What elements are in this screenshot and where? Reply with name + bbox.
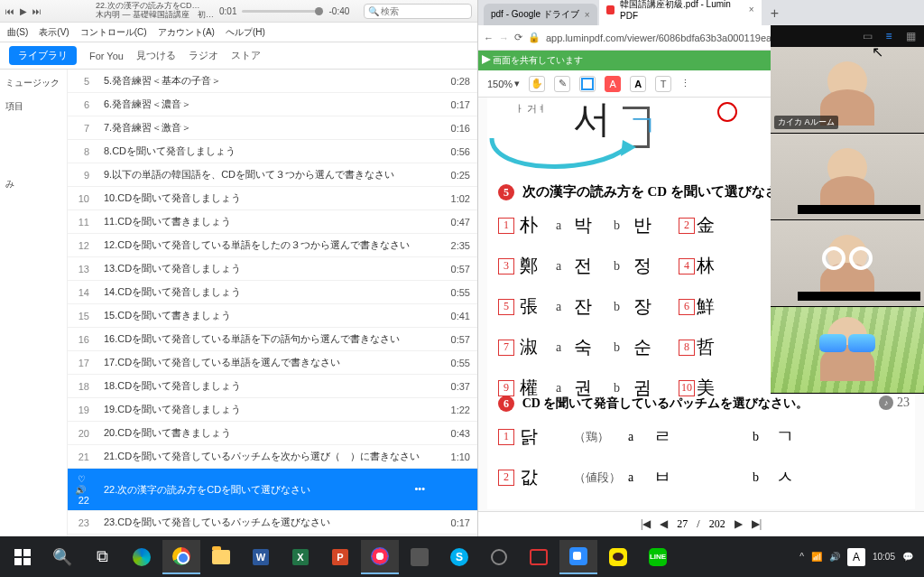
reload-button[interactable]: ⟳ xyxy=(514,32,522,43)
track-row[interactable]: 1111.CDを聞いて書きましょう0:47 xyxy=(68,210,477,234)
subnav-radio[interactable]: ラジオ xyxy=(189,49,218,62)
track-row[interactable]: 1313.CDを聞いて発音しましょう0:57 xyxy=(68,257,477,281)
zoom-tile-3[interactable] xyxy=(771,220,924,307)
prev-page-button[interactable]: ◀ xyxy=(660,517,668,531)
notifications-icon[interactable]: 💬 xyxy=(902,552,913,562)
highlight-tool-button[interactable]: A xyxy=(605,76,621,92)
settings-app[interactable] xyxy=(480,540,518,574)
subnav-library[interactable]: ライブラリ xyxy=(9,46,77,65)
track-number: 21 xyxy=(68,445,97,469)
tray-volume-icon[interactable]: 🔊 xyxy=(829,552,840,562)
back-button[interactable]: ← xyxy=(484,33,494,43)
track-row[interactable]: 1010.CDを聞いて発音しましょう1:02 xyxy=(68,187,477,210)
track-row[interactable]: ♡🔊2222.次の漢字の読み方をCDを聞いて選びなさい••• xyxy=(68,469,477,511)
zoom-app[interactable] xyxy=(559,540,597,574)
track-row[interactable]: 2020.CDを聞いて書きましょう0:43 xyxy=(68,422,477,445)
close-icon[interactable]: × xyxy=(585,10,590,20)
menu-control[interactable]: コントロール(C) xyxy=(80,26,147,38)
subnav-foryou[interactable]: For You xyxy=(89,51,124,61)
skype-app[interactable]: S xyxy=(440,540,478,574)
tab-google-drive[interactable]: pdf - Google ドライブ × xyxy=(484,4,597,25)
play-button[interactable]: ▶ xyxy=(20,6,27,16)
next-page-button[interactable]: ▶ xyxy=(735,517,743,531)
url-text[interactable]: app.luminpdf.com/viewer/6086bdfa63b3a000… xyxy=(546,33,789,43)
track-duration: 0:28 xyxy=(432,70,477,93)
track-row[interactable]: 1515.CDを聞いて書きましょう0:41 xyxy=(68,304,477,328)
menu-song[interactable]: 曲(S) xyxy=(7,26,28,38)
itunes-app[interactable] xyxy=(361,540,399,574)
close-icon[interactable]: × xyxy=(749,5,754,14)
tray-network-icon[interactable]: 📶 xyxy=(811,552,822,562)
view-speaker-icon[interactable]: ▭ xyxy=(861,30,873,42)
subnav-browse[interactable]: 見つける xyxy=(136,49,176,62)
start-button[interactable] xyxy=(4,540,42,574)
word-app[interactable]: W xyxy=(242,540,280,574)
track-duration: 0:56 xyxy=(432,140,477,163)
menu-view[interactable]: 表示(V) xyxy=(39,26,69,38)
explorer-app[interactable] xyxy=(202,540,240,574)
more-tools-icon[interactable]: ⋮ xyxy=(680,78,690,89)
zoom-level[interactable]: 150% xyxy=(487,79,513,89)
track-row[interactable]: 55.発音練習＜基本の子音＞0:28 xyxy=(68,70,477,93)
ppt-app[interactable]: P xyxy=(321,540,359,574)
view-strip-icon[interactable]: ≡ xyxy=(882,30,895,42)
chevron-down-icon[interactable]: ▾ xyxy=(514,78,520,89)
shape-tool-button[interactable] xyxy=(579,76,596,92)
kakao-app[interactable] xyxy=(599,540,637,574)
tab-lumin-pdf[interactable]: 韓国語講座初級.pdf - Lumin PDF × xyxy=(599,0,762,25)
track-row[interactable]: 1919.CDを聞いて発音しましょう1:22 xyxy=(68,398,477,422)
zoom-tile-4[interactable] xyxy=(771,307,924,394)
excel-icon: X xyxy=(292,549,309,565)
option-a-patchim: ㅂ xyxy=(653,465,689,489)
pen-tool-button[interactable]: ✎ xyxy=(554,76,570,92)
subnav-store[interactable]: ストア xyxy=(231,49,261,62)
text-tool-button[interactable]: T xyxy=(655,76,671,92)
snip-app[interactable] xyxy=(520,540,558,574)
seek-bar[interactable] xyxy=(242,10,323,13)
track-row[interactable]: 1414.CDを聞いて発音しましょう0:55 xyxy=(68,281,477,304)
track-row[interactable]: 99.以下の単語の韓国語を、CDを聞いて３つから選んで書きなさい0:25 xyxy=(68,163,477,187)
prev-track-button[interactable]: ⏮ xyxy=(5,6,14,16)
track-duration: 0:43 xyxy=(432,422,477,445)
track-row[interactable]: 1717.CDを聞いて発音している単語を選んで書きなさい0:55 xyxy=(68,351,477,375)
tray-expand-icon[interactable]: ^ xyxy=(799,552,804,562)
clock-time[interactable]: 10:05 xyxy=(873,552,895,562)
track-row[interactable]: 2121.CDを聞いて発音しているパッチムを次から選び（ ）に書きなさい1:10 xyxy=(68,445,477,469)
line-app[interactable]: LINE xyxy=(639,540,677,574)
search-input[interactable] xyxy=(364,4,472,19)
chrome-app[interactable] xyxy=(162,540,200,574)
track-row[interactable]: 1212.CDを聞いて発音している単語をしたの３つから選んで書きなさい2:35 xyxy=(68,234,477,257)
sidebar-category[interactable]: 項目 xyxy=(5,100,61,113)
task-view-button[interactable]: ⧉ xyxy=(83,540,121,574)
track-duration: 0:17 xyxy=(432,511,477,535)
forward-button[interactable]: → xyxy=(499,33,509,43)
track-number: 9 xyxy=(68,163,97,187)
track-row[interactable]: 2323.CDを聞いて発音しているパッチムを選びなさい0:17 xyxy=(68,511,477,535)
ime-indicator[interactable]: A xyxy=(847,548,865,566)
section-number-6: 6 xyxy=(498,396,514,412)
first-page-button[interactable]: |◀ xyxy=(641,517,651,531)
hand-tool-button[interactable]: ✋ xyxy=(529,76,545,92)
sidebar-music[interactable]: ミュージック xyxy=(5,77,61,89)
zoom-tile-1[interactable]: カイカ Aルーム xyxy=(771,47,924,134)
search-button[interactable]: 🔍 xyxy=(43,540,81,574)
sidebar-recent[interactable]: み xyxy=(5,178,61,191)
text-color-button[interactable]: A xyxy=(630,76,646,92)
edge-app[interactable] xyxy=(123,540,161,574)
track-title: 14.CDを聞いて発音しましょう xyxy=(97,281,432,304)
track-row[interactable]: 1818.CDを聞いて発音しましょう0:37 xyxy=(68,375,477,398)
track-row[interactable]: 1616.CDを聞いて発音している単語を下の語句から選んで書きなさい0:57 xyxy=(68,328,477,351)
zoom-tile-2[interactable] xyxy=(771,134,924,220)
track-row[interactable]: 88.CDを聞いて発音しましょう0:56 xyxy=(68,140,477,163)
more-icon[interactable]: ••• xyxy=(414,483,425,494)
menu-account[interactable]: アカウント(A) xyxy=(158,26,215,38)
new-tab-button[interactable]: + xyxy=(763,2,786,25)
view-grid-icon[interactable]: ▦ xyxy=(904,30,917,42)
next-track-button[interactable]: ⏭ xyxy=(32,6,42,16)
track-row[interactable]: 77.発音練習＜激音＞0:16 xyxy=(68,116,477,140)
track-row[interactable]: 66.発音練習＜濃音＞0:17 xyxy=(68,93,477,116)
generic-app-1[interactable] xyxy=(401,540,439,574)
menu-help[interactable]: ヘルプ(H) xyxy=(226,26,265,38)
excel-app[interactable]: X xyxy=(282,540,319,574)
last-page-button[interactable]: ▶| xyxy=(752,517,762,531)
